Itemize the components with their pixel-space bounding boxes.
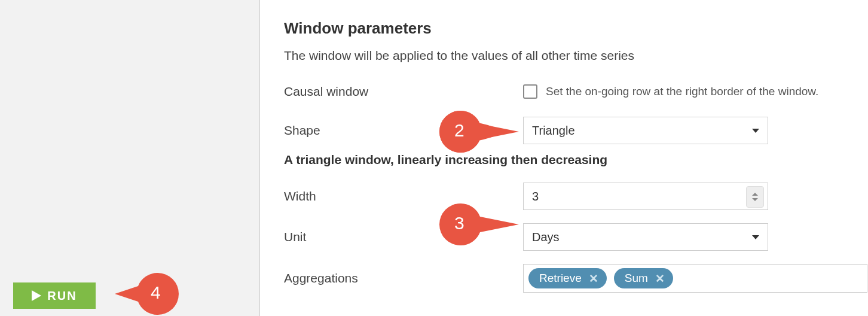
row-unit: Unit Days: [284, 223, 867, 251]
unit-select[interactable]: Days: [523, 223, 768, 251]
unit-select-value: Days: [532, 230, 560, 244]
aggregation-tag-label: Sum: [625, 272, 648, 285]
section-description: The window will be applied to the values…: [284, 48, 867, 63]
aggregations-label: Aggregations: [284, 271, 523, 285]
run-button[interactable]: RUN: [13, 282, 96, 309]
stepper-down-icon: [752, 198, 758, 201]
width-label: Width: [284, 189, 523, 203]
stepper-up-icon: [752, 193, 758, 196]
chevron-down-icon: [752, 235, 759, 239]
close-icon[interactable]: ✕: [586, 272, 601, 285]
play-icon: [32, 290, 41, 301]
row-causal-window: Causal window Set the on-going row at th…: [284, 80, 867, 104]
shape-select-value: Triangle: [532, 124, 575, 138]
shape-label: Shape: [284, 123, 523, 138]
aggregation-tag-label: Retrieve: [539, 272, 582, 285]
width-stepper[interactable]: [746, 186, 764, 208]
causal-window-label: Causal window: [284, 84, 523, 99]
aggregation-tag: Sum ✕: [614, 268, 673, 288]
chevron-down-icon: [752, 129, 759, 133]
section-title: Window parameters: [284, 19, 867, 38]
shape-description: A triangle window, linearly increasing t…: [284, 153, 867, 167]
unit-label: Unit: [284, 230, 523, 244]
row-width: Width 3: [284, 183, 867, 210]
width-input[interactable]: 3: [523, 183, 768, 210]
shape-select[interactable]: Triangle: [523, 117, 768, 144]
svg-marker-0: [32, 290, 41, 301]
width-input-value: 3: [532, 190, 539, 203]
aggregations-input[interactable]: Retrieve ✕ Sum ✕: [523, 264, 867, 293]
main-panel: Window parameters The window will be app…: [260, 0, 868, 316]
sidebar: RUN: [0, 0, 260, 316]
aggregation-tag: Retrieve ✕: [528, 268, 607, 288]
causal-window-hint: Set the on-going row at the right border…: [546, 85, 818, 98]
close-icon[interactable]: ✕: [653, 272, 667, 285]
causal-window-checkbox[interactable]: [523, 84, 537, 99]
row-shape: Shape Triangle: [284, 117, 867, 144]
run-button-label: RUN: [47, 289, 77, 303]
row-aggregations: Aggregations Retrieve ✕ Sum ✕: [284, 264, 867, 293]
